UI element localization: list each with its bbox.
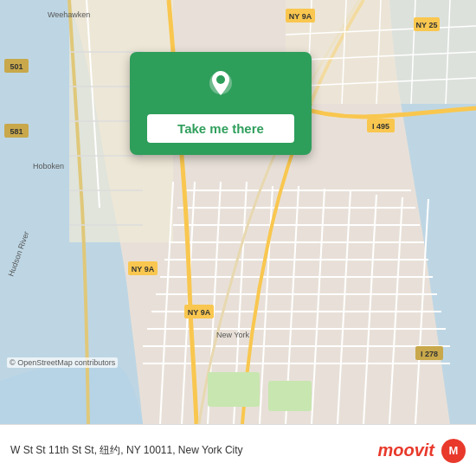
svg-text:581: 581 (10, 127, 23, 136)
svg-text:Weehawken: Weehawken (48, 10, 90, 19)
svg-rect-39 (208, 372, 260, 407)
svg-text:NY 9A: NY 9A (132, 265, 155, 273)
bottom-bar: W St St 11th St St, 纽约, NY 10011, New Yo… (0, 424, 476, 476)
svg-text:NY 9A: NY 9A (289, 12, 312, 21)
moovit-logo-text: moovit (377, 441, 434, 460)
svg-rect-40 (268, 381, 312, 411)
take-me-there-button[interactable]: Take me there (147, 114, 294, 143)
pin-icon (202, 68, 240, 106)
address-text: W St St 11th St St, 纽约, NY 10011, New Yo… (10, 443, 377, 458)
svg-point-64 (216, 75, 225, 84)
map-attribution: © OpenStreetMap contributors (7, 357, 118, 368)
moovit-logo-icon: M (441, 439, 466, 463)
svg-text:I 495: I 495 (372, 122, 389, 131)
svg-text:NY 25: NY 25 (416, 21, 438, 29)
moovit-logo: moovit M (377, 439, 466, 463)
svg-text:501: 501 (10, 62, 23, 71)
svg-text:I 278: I 278 (421, 350, 438, 358)
svg-text:New York: New York (216, 331, 250, 339)
svg-text:NY 9A: NY 9A (188, 308, 211, 317)
location-card: Take me there (130, 52, 312, 155)
svg-text:Hoboken: Hoboken (33, 162, 64, 170)
map-container: NY 9A NY 9A NY 9A NY 9A I 495 NY 25 501 … (0, 0, 476, 424)
